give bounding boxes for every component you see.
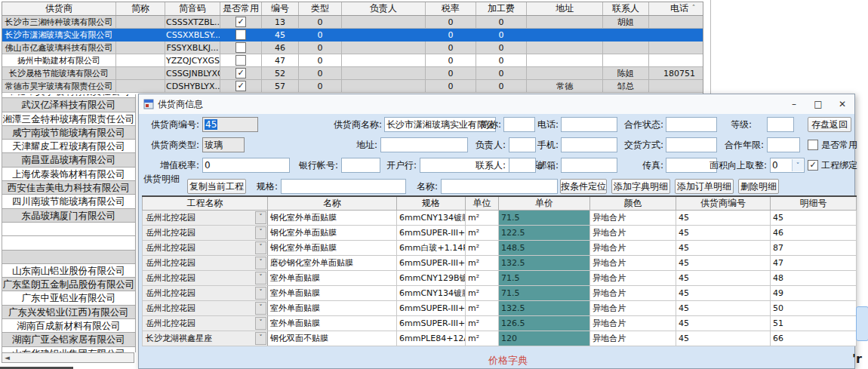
vat-field[interactable]: 0 bbox=[202, 158, 290, 173]
detail-cell-color[interactable]: 异地合片 bbox=[590, 211, 676, 226]
detail-cell-name[interactable]: 室外单面贴膜 bbox=[268, 286, 397, 301]
grid-cell-common[interactable]: ✓ bbox=[220, 16, 262, 29]
detail-header-detail_no[interactable]: 明细号 bbox=[771, 196, 857, 211]
delete-detail-button[interactable]: 删除明细 bbox=[738, 179, 779, 194]
grid-cell-addr[interactable] bbox=[527, 67, 603, 80]
manager-field[interactable] bbox=[509, 137, 536, 152]
grid-cell-contact[interactable]: 邹总 bbox=[603, 80, 649, 93]
supplier-list-item[interactable]: 四川南玻节能玻璃有限公司 bbox=[2, 195, 135, 208]
grid-cell-phone[interactable] bbox=[649, 16, 704, 29]
detail-cell-project[interactable]: 岳州北控花园˅ bbox=[143, 316, 268, 331]
grid-cell-supplier[interactable]: 长沙晟格节能玻璃有限公司 bbox=[2, 67, 116, 80]
grid-header-manager[interactable]: 负责人 bbox=[342, 2, 426, 16]
supplier-no-field[interactable]: 45 bbox=[202, 117, 258, 132]
grid-row[interactable]: 佛山市亿鑫玻璃科技有限公司FSSYXBLKJ...46000 bbox=[2, 42, 703, 54]
detail-cell-detail_no[interactable]: 49 bbox=[771, 286, 857, 301]
grid-cell-type[interactable]: 0 bbox=[299, 54, 342, 67]
detail-header-price[interactable]: 单价 bbox=[499, 196, 590, 211]
grid-cell-common[interactable]: ✓ bbox=[220, 80, 262, 93]
grid-cell-code[interactable]: FSSYXBLKJ... bbox=[165, 42, 220, 54]
detail-cell-name[interactable]: 钢化双面不贴膜 bbox=[268, 331, 397, 346]
detail-cell-name[interactable]: 钢化室外单面贴膜 bbox=[268, 211, 397, 226]
detail-cell-spec[interactable]: 6mmSUPER-III+12A(硅... bbox=[397, 256, 466, 271]
detail-cell-project[interactable]: 岳州北控花园˅ bbox=[143, 241, 268, 256]
grid-cell-common[interactable] bbox=[220, 54, 262, 67]
add-dict-detail-button[interactable]: 添加字典明细 bbox=[611, 179, 670, 194]
detail-cell-supplier_no[interactable]: 45 bbox=[676, 286, 771, 301]
supplier-list-item[interactable]: 西安佳吉美电力科技有限公司 bbox=[2, 181, 135, 195]
detail-row[interactable]: 岳州北控花园˅室外单面贴膜6mmSUPER-III+12A(硅...m²132.… bbox=[143, 301, 857, 316]
grid-row[interactable]: 长沙市三湘特种玻璃有限公司CSSSXTZBL...✓13000胡姐 bbox=[2, 16, 703, 29]
checkbox-checked-icon[interactable]: ✓ bbox=[235, 68, 246, 78]
chevron-down-icon[interactable]: ˅ bbox=[255, 257, 266, 269]
checkbox-checked-icon[interactable]: ✓ bbox=[235, 81, 246, 91]
detail-cell-price[interactable]: 122.5 bbox=[499, 226, 590, 241]
detail-cell-spec[interactable]: 6mmSUPER-III+12A(硅... bbox=[397, 226, 466, 241]
grid-header-id[interactable]: 编号 bbox=[262, 2, 299, 16]
grid-header-contact[interactable]: 联系人 bbox=[603, 2, 649, 16]
chevron-down-icon[interactable]: ˅ bbox=[255, 272, 266, 284]
grid-cell-type[interactable]: 0 bbox=[299, 16, 342, 29]
detail-row[interactable]: 岳州北控花园˅钢化室外单面贴膜6mmCNY134镀膜钢化m²71.5异地合片45… bbox=[143, 211, 857, 226]
grid-cell-type[interactable]: 0 bbox=[299, 29, 342, 42]
supplier-list-item[interactable]: 广东中亚铝业有限公司 bbox=[2, 291, 135, 305]
grid-cell-supplier[interactable]: 长沙市潇湘玻璃实业有限公司 bbox=[2, 29, 116, 42]
detail-cell-spec[interactable]: 6mmPLE84+12A(硅酮胶... bbox=[397, 331, 466, 346]
grid-header-supplier[interactable]: 供货商 bbox=[2, 2, 116, 16]
detail-cell-price[interactable]: 126.5 bbox=[499, 316, 590, 331]
detail-cell-project[interactable]: 长沙龙湖祺鑫星座˅ bbox=[143, 331, 268, 346]
detail-cell-unit[interactable]: m² bbox=[466, 226, 499, 241]
detail-cell-color[interactable]: 异地合片 bbox=[590, 271, 676, 286]
supplier-type-field[interactable]: 玻璃 bbox=[202, 137, 245, 152]
detail-cell-unit[interactable]: m² bbox=[466, 271, 499, 286]
detail-cell-project[interactable]: 岳州北控花园˅ bbox=[143, 301, 268, 316]
detail-cell-spec[interactable]: 6mm白玻+1.14PVB+6mm... bbox=[397, 241, 466, 256]
save-return-button[interactable]: 存盘返回 bbox=[808, 117, 851, 132]
grid-cell-manager[interactable] bbox=[342, 54, 426, 67]
grid-cell-supplier[interactable]: 常德市昊宇玻璃有限责任公司 bbox=[2, 80, 116, 93]
detail-cell-detail_no[interactable]: 46 bbox=[771, 226, 857, 241]
supplier-list-item[interactable]: 山东华建铝业集团有限公司 bbox=[2, 347, 135, 352]
grid-cell-type[interactable]: 0 bbox=[299, 67, 342, 80]
grid-header-common[interactable]: 是否常用 bbox=[220, 2, 262, 16]
grid-cell-common[interactable] bbox=[220, 29, 262, 42]
detail-cell-name[interactable]: 室外单面贴膜 bbox=[268, 301, 397, 316]
grid-row[interactable]: 扬州中勤建材有限公司YZZQJCYXGS47000 bbox=[2, 54, 703, 67]
dialog-titlebar[interactable]: 供货商信息 – □ ✕ bbox=[139, 94, 854, 114]
grid-cell-id[interactable]: 46 bbox=[262, 42, 299, 54]
grid-cell-phone[interactable] bbox=[649, 42, 704, 54]
grid-cell-phone[interactable]: 180751 bbox=[649, 67, 704, 80]
abbr-field[interactable] bbox=[503, 117, 535, 132]
detail-cell-supplier_no[interactable]: 45 bbox=[676, 226, 771, 241]
detail-row[interactable]: 岳州北控花园˅钢化室外单面贴膜6mmSUPER-III+12A(硅...m²12… bbox=[143, 226, 857, 241]
grid-cell-addr[interactable] bbox=[527, 16, 603, 29]
grid-cell-contact[interactable]: 陈姐 bbox=[603, 67, 649, 80]
detail-row[interactable]: 岳州北控花园˅室外单面贴膜6mmSUPER-III+12A(硅...m²126.… bbox=[143, 316, 857, 331]
supplier-list-item[interactable]: 湘潭三金特种玻璃有限责任公司 bbox=[2, 112, 135, 126]
grid-header-code[interactable]: 简音码 bbox=[165, 2, 220, 16]
grid-cell-abbr[interactable] bbox=[116, 42, 165, 54]
grid-cell-contact[interactable] bbox=[603, 42, 649, 54]
chevron-down-icon[interactable]: ˅ bbox=[255, 226, 266, 239]
checkbox-checked-icon[interactable]: ✓ bbox=[235, 17, 246, 27]
detail-cell-price[interactable]: 71.5 bbox=[499, 286, 590, 301]
detail-cell-name[interactable]: 钢化室外单面贴膜 bbox=[268, 241, 397, 256]
address-field[interactable] bbox=[380, 137, 468, 152]
grid-cell-addr[interactable]: 常德 bbox=[527, 80, 603, 93]
detail-cell-supplier_no[interactable]: 45 bbox=[676, 271, 771, 286]
supplier-list-item[interactable] bbox=[2, 251, 135, 264]
grid-cell-fee[interactable]: 0 bbox=[476, 42, 527, 54]
detail-cell-price[interactable]: 120 bbox=[499, 331, 590, 346]
detail-cell-detail_no[interactable]: 45 bbox=[771, 211, 857, 226]
grid-header-abbr[interactable]: 简称 bbox=[116, 2, 165, 16]
detail-cell-price[interactable]: 148.5 bbox=[499, 241, 590, 256]
detail-cell-price[interactable]: 132.5 bbox=[499, 256, 590, 271]
detail-cell-unit[interactable]: m² bbox=[466, 256, 499, 271]
grid-cell-fee[interactable]: 0 bbox=[476, 16, 527, 29]
detail-cell-supplier_no[interactable]: 45 bbox=[676, 331, 771, 346]
grid-cell-phone[interactable] bbox=[649, 80, 704, 93]
mobile-field[interactable] bbox=[561, 137, 617, 152]
detail-cell-color[interactable]: 异地合片 bbox=[590, 286, 676, 301]
area-round-select[interactable]: 0 ˅ bbox=[770, 158, 805, 173]
detail-header-unit[interactable]: 单位 bbox=[466, 196, 499, 211]
